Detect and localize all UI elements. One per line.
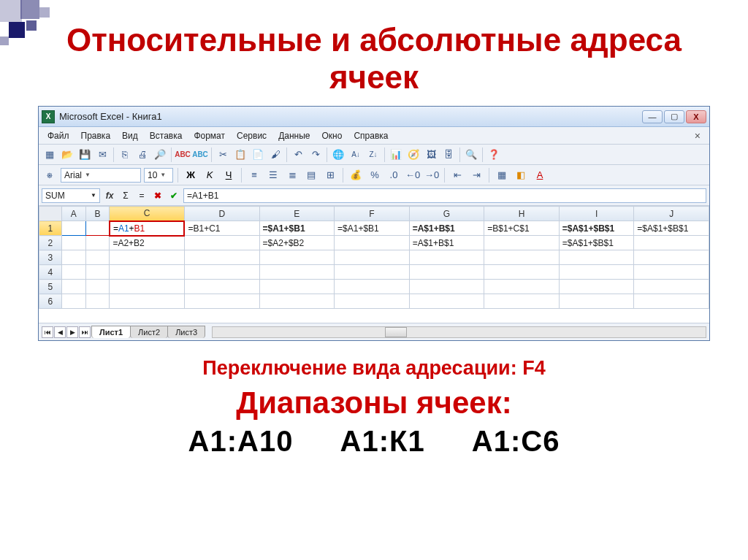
select-all-corner[interactable] <box>39 207 62 221</box>
help-icon[interactable]: ❓ <box>486 147 502 163</box>
copy-icon[interactable]: 📋 <box>232 147 248 163</box>
number-format-icon[interactable]: .0 <box>386 167 402 183</box>
cell[interactable] <box>335 265 410 280</box>
cell[interactable] <box>559 294 634 309</box>
cell[interactable] <box>61 294 85 309</box>
sort-desc-icon[interactable]: Z↓ <box>365 147 381 163</box>
row-header-3[interactable]: 3 <box>39 250 62 265</box>
decrease-decimal-icon[interactable]: →0 <box>424 167 440 183</box>
col-header-G[interactable]: G <box>409 207 484 221</box>
align-left-icon[interactable]: ≡ <box>246 167 262 183</box>
cell-G2[interactable]: =A$1+B$1 <box>409 236 484 250</box>
sheet-tab-1[interactable]: Лист1 <box>91 326 131 338</box>
col-header-A[interactable]: A <box>61 207 85 221</box>
cell-A2[interactable] <box>61 236 85 250</box>
menu-data[interactable]: Данные <box>274 129 314 142</box>
col-header-F[interactable]: F <box>335 207 410 221</box>
underline-button[interactable]: Ч <box>221 167 237 183</box>
cell-H1[interactable]: =B$1+C$1 <box>484 221 560 236</box>
align-right-icon[interactable]: ≣ <box>284 167 300 183</box>
decrease-indent-icon[interactable]: ⇤ <box>449 167 465 183</box>
chart-icon[interactable]: 📊 <box>388 147 404 163</box>
cell[interactable] <box>184 294 259 309</box>
cell-G1[interactable]: =A$1+B$1 <box>409 221 484 236</box>
cell[interactable] <box>559 250 634 265</box>
name-box[interactable]: SUM ▼ <box>42 188 100 203</box>
spreadsheet-grid[interactable]: A B C D E F G H I J 1 =A1+B1 =B1+C1 <box>39 206 709 323</box>
cell-E2[interactable]: =$A2+$B2 <box>259 236 335 250</box>
cell-E1[interactable]: =$A1+$B1 <box>259 221 335 236</box>
col-header-D[interactable]: D <box>184 207 259 221</box>
titlebar[interactable]: X Microsoft Excel - Книга1 — ▢ X <box>39 107 709 127</box>
currency-icon[interactable]: 💰 <box>348 167 364 183</box>
sort-asc-icon[interactable]: A↓ <box>348 147 364 163</box>
email-icon[interactable]: ✉ <box>94 147 110 163</box>
cell-B2[interactable] <box>85 236 110 250</box>
accept-edit-icon[interactable]: ✔ <box>167 189 180 202</box>
cell[interactable] <box>259 250 335 265</box>
menu-insert[interactable]: Вставка <box>145 129 187 142</box>
cell[interactable] <box>335 250 410 265</box>
cell-C2[interactable]: =A2+B2 <box>110 236 185 250</box>
cell[interactable] <box>85 294 110 309</box>
open-icon[interactable]: 📂 <box>59 147 75 163</box>
cell[interactable] <box>259 294 335 309</box>
maximize-button[interactable]: ▢ <box>664 110 684 123</box>
cell[interactable] <box>61 280 85 294</box>
function-wizard-icon[interactable]: fx <box>103 189 116 202</box>
doc-close-icon[interactable]: × <box>690 130 705 142</box>
merge-cells-icon[interactable]: ⊞ <box>322 167 338 183</box>
row-header-1[interactable]: 1 <box>39 221 62 236</box>
close-button[interactable]: X <box>686 110 706 123</box>
cell[interactable] <box>335 280 410 294</box>
cell-J2[interactable] <box>634 236 709 250</box>
zoom-icon[interactable]: 🔍 <box>463 147 479 163</box>
col-header-C[interactable]: C <box>110 207 185 221</box>
tab-nav-last-icon[interactable]: ⏭ <box>79 326 91 338</box>
print-icon[interactable]: 🖨 <box>134 147 150 163</box>
cell[interactable] <box>85 280 110 294</box>
col-header-I[interactable]: I <box>559 207 634 221</box>
cell[interactable] <box>484 250 560 265</box>
cell[interactable] <box>259 265 335 280</box>
menu-help[interactable]: Справка <box>349 129 392 142</box>
menu-window[interactable]: Окно <box>317 129 346 142</box>
cell[interactable] <box>634 250 709 265</box>
cell[interactable] <box>484 265 560 280</box>
cell[interactable] <box>559 280 634 294</box>
col-header-E[interactable]: E <box>259 207 335 221</box>
menu-edit[interactable]: Правка <box>77 129 115 142</box>
spellcheck-icon[interactable]: ABC <box>175 147 191 163</box>
cell[interactable] <box>409 280 484 294</box>
row-header-6[interactable]: 6 <box>39 294 62 309</box>
menu-format[interactable]: Формат <box>189 129 229 142</box>
cell[interactable] <box>634 294 709 309</box>
autocorrect-icon[interactable]: ABC <box>192 147 208 163</box>
sheet-tab-2[interactable]: Лист2 <box>130 326 168 338</box>
row-header-5[interactable]: 5 <box>39 280 62 294</box>
cell-I2[interactable]: =$A$1+$B$1 <box>559 236 634 250</box>
cell-J1[interactable]: =$A$1+$B$1 <box>634 221 709 236</box>
datasource-icon[interactable]: 🗄 <box>440 147 457 163</box>
cell-B1[interactable] <box>85 221 110 236</box>
cell[interactable] <box>110 294 185 309</box>
bold-button[interactable]: Ж <box>183 167 199 183</box>
font-name-dropdown[interactable]: Arial ▼ <box>61 168 141 183</box>
sum-icon[interactable]: Σ <box>119 189 132 202</box>
redo-icon[interactable]: ↷ <box>308 147 324 163</box>
align-center-icon[interactable]: ☰ <box>265 167 281 183</box>
cell[interactable] <box>184 280 259 294</box>
col-header-B[interactable]: B <box>85 207 110 221</box>
cell-D2[interactable] <box>184 236 259 250</box>
cell[interactable] <box>184 265 259 280</box>
cut-icon[interactable]: ✂ <box>215 147 231 163</box>
cell-I1[interactable]: =$A$1+$B$1 <box>559 221 634 236</box>
row-header-4[interactable]: 4 <box>39 265 62 280</box>
cell[interactable] <box>409 265 484 280</box>
sheet-tab-3[interactable]: Лист3 <box>167 326 205 338</box>
paste-icon[interactable]: 📄 <box>250 147 266 163</box>
format-painter-icon[interactable]: 🖌 <box>267 147 283 163</box>
save-icon[interactable]: 💾 <box>77 147 93 163</box>
cell[interactable] <box>335 294 410 309</box>
cell[interactable] <box>61 265 85 280</box>
